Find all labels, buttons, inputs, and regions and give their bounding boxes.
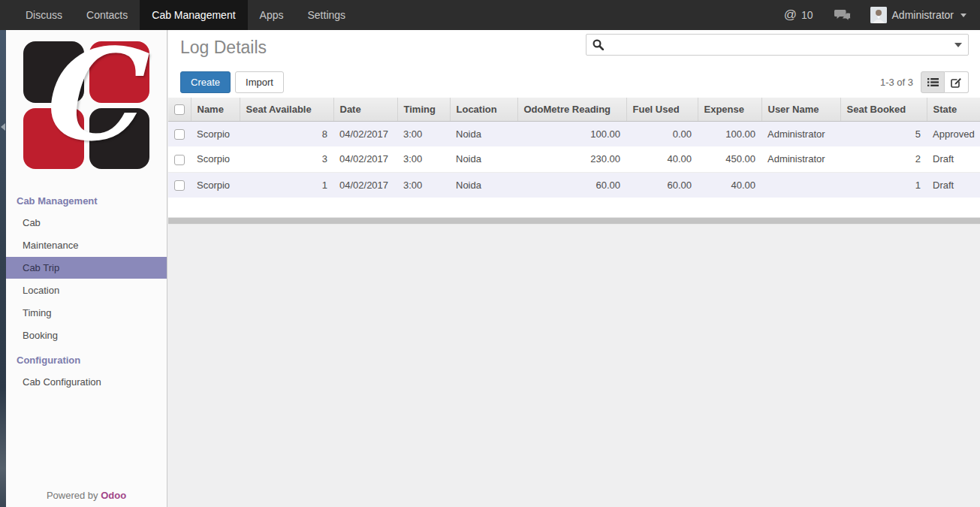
avatar — [870, 7, 887, 23]
cell-state: Draft — [927, 172, 980, 198]
col-header-user-name[interactable]: User Name — [761, 98, 840, 121]
select-all-header — [168, 98, 191, 121]
cell-fuel-used: 0.00 — [626, 121, 698, 146]
table-row[interactable]: Scorpio 3 04/02/2017 3:00 Noida 230.00 4… — [168, 146, 980, 172]
nav-item-contacts[interactable]: Contacts — [74, 0, 140, 30]
col-header-odometre-reading[interactable]: OdoMetre Reading — [517, 98, 626, 121]
cell-odometre-reading: 60.00 — [517, 172, 626, 198]
horizontal-scrollbar-thumb[interactable] — [168, 218, 980, 224]
user-menu-caret-icon — [960, 14, 966, 17]
search-box — [586, 34, 969, 56]
user-name: Administrator — [892, 9, 954, 21]
mentions-counter[interactable]: @ 10 — [776, 8, 821, 23]
logo-grid — [23, 41, 149, 169]
sidebar-menu-cab-management: Cab Management Cab Maintenance Cab Trip … — [6, 190, 167, 346]
cell-user-name: Administrator — [761, 146, 840, 172]
cell-date: 04/02/2017 — [333, 121, 397, 146]
cell-expense: 40.00 — [698, 172, 761, 198]
cell-seat-available: 1 — [240, 172, 333, 198]
action-buttons: Create Import — [180, 71, 284, 93]
sidebar: C Cab Management Cab Maintenance Cab Tri… — [6, 30, 167, 507]
cell-state: Approved — [927, 121, 980, 146]
nav-item-apps[interactable]: Apps — [248, 0, 296, 30]
cell-timing: 3:00 — [397, 146, 450, 172]
mention-at-icon: @ — [784, 8, 797, 23]
cell-location: Noida — [450, 146, 517, 172]
topbar-right: @ 10 Administrator — [776, 0, 980, 30]
cell-seat-available: 3 — [240, 146, 333, 172]
col-header-location[interactable]: Location — [450, 98, 517, 121]
sidebar-item-booking[interactable]: Booking — [6, 324, 167, 346]
cell-user-name — [761, 172, 840, 198]
sidebar-item-cab-configuration[interactable]: Cab Configuration — [6, 371, 167, 393]
user-menu[interactable]: Administrator — [864, 7, 966, 23]
cell-seat-booked: 1 — [840, 172, 927, 198]
logo-square-red-tr — [89, 41, 150, 103]
powered-by-text: Powered by — [47, 490, 98, 501]
form-view-button[interactable] — [945, 71, 969, 93]
menu-heading-cab-management: Cab Management — [6, 190, 167, 212]
col-header-seat-booked[interactable]: Seat Booked — [840, 98, 927, 121]
horizontal-scrollbar — [168, 217, 980, 225]
cell-location: Noida — [450, 172, 517, 198]
chat-button[interactable] — [825, 9, 860, 21]
cell-state: Draft — [927, 146, 980, 172]
table-header-row: Name Seat Available Date Timing Location… — [168, 98, 980, 121]
sidebar-item-timing[interactable]: Timing — [6, 302, 167, 324]
logo-square-black-br — [89, 108, 150, 170]
cell-date: 04/02/2017 — [333, 172, 397, 198]
sidebar-collapse-handle[interactable] — [0, 120, 6, 132]
cell-odometre-reading: 100.00 — [517, 121, 626, 146]
powered-by: Powered by Odoo — [6, 490, 167, 501]
cell-name: Scorpio — [191, 146, 240, 172]
create-button[interactable]: Create — [180, 71, 231, 93]
col-header-timing[interactable]: Timing — [397, 98, 450, 121]
logo-square-black-tl — [23, 41, 84, 103]
background-edge-strip — [0, 30, 6, 507]
table-row[interactable]: Scorpio 1 04/02/2017 3:00 Noida 60.00 60… — [168, 172, 980, 198]
chat-bubbles-icon — [834, 9, 851, 21]
col-header-seat-available[interactable]: Seat Available — [240, 98, 333, 121]
col-header-fuel-used[interactable]: Fuel Used — [626, 98, 698, 121]
row-checkbox[interactable] — [174, 155, 185, 165]
sidebar-item-maintenance[interactable]: Maintenance — [6, 234, 167, 256]
import-button[interactable]: Import — [235, 71, 284, 93]
nav-item-cab-management[interactable]: Cab Management — [140, 0, 247, 30]
menu-heading-configuration: Configuration — [6, 349, 167, 371]
main-content: Log Details Create Import 1-3 of 3 — [168, 30, 980, 507]
page-title: Log Details — [180, 38, 267, 58]
sidebar-item-cab[interactable]: Cab — [6, 212, 167, 234]
list-view-icon — [927, 77, 939, 87]
row-checkbox[interactable] — [174, 129, 185, 140]
mention-count: 10 — [801, 9, 813, 21]
sidebar-item-cab-trip[interactable]: Cab Trip — [6, 257, 167, 279]
sidebar-menu-configuration: Configuration Cab Configuration — [6, 349, 167, 393]
col-header-state[interactable]: State — [927, 98, 980, 121]
table-row[interactable]: Scorpio 8 04/02/2017 3:00 Noida 100.00 0… — [168, 121, 980, 146]
cell-seat-booked: 2 — [840, 146, 927, 172]
cell-expense: 100.00 — [698, 121, 761, 146]
search-filters-caret-icon[interactable] — [954, 43, 962, 47]
cell-user-name: Administrator — [761, 121, 840, 146]
search-icon — [593, 39, 604, 50]
nav-item-settings[interactable]: Settings — [295, 0, 357, 30]
cell-date: 04/02/2017 — [333, 146, 397, 172]
odoo-brand-link[interactable]: Odoo — [101, 490, 126, 501]
pager-area: 1-3 of 3 — [880, 71, 969, 93]
col-header-expense[interactable]: Expense — [698, 98, 761, 121]
nav-item-discuss[interactable]: Discuss — [14, 0, 74, 30]
control-panel: Log Details Create Import 1-3 of 3 — [168, 30, 980, 98]
select-all-checkbox[interactable] — [174, 104, 185, 115]
col-header-name[interactable]: Name — [191, 98, 240, 121]
row-checkbox[interactable] — [174, 180, 185, 191]
col-header-date[interactable]: Date — [333, 98, 397, 121]
row-select-cell — [168, 172, 191, 198]
log-details-table: Name Seat Available Date Timing Location… — [168, 98, 980, 217]
search-input[interactable] — [608, 35, 954, 54]
sidebar-item-location[interactable]: Location — [6, 279, 167, 301]
cell-name: Scorpio — [191, 121, 240, 146]
top-navbar: Discuss Contacts Cab Management Apps Set… — [0, 0, 980, 30]
table-empty-row — [168, 198, 980, 217]
list-view-button[interactable] — [921, 71, 945, 93]
cell-fuel-used: 60.00 — [626, 172, 698, 198]
